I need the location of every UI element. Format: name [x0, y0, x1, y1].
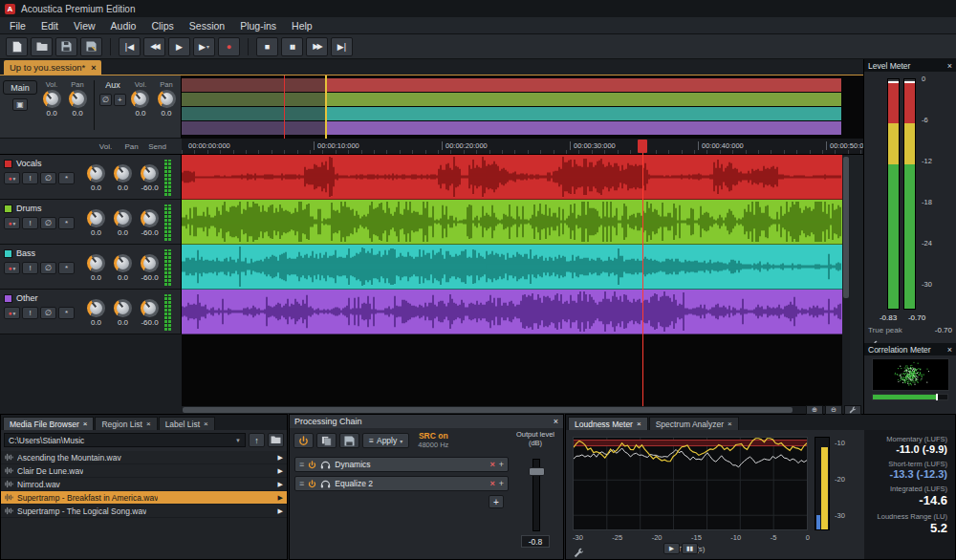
record-arm-button[interactable]: ●▾ [4, 262, 20, 274]
fx-button[interactable]: * [58, 217, 75, 229]
pause-button[interactable]: ▮▮ [281, 37, 303, 56]
file-list-item[interactable]: Clair De Lune.wav ▶ [1, 464, 287, 478]
loudness-tab[interactable]: Spectrum Analyzer × [649, 417, 739, 430]
track-pan-knob[interactable] [114, 209, 132, 227]
record-button[interactable]: ● [218, 37, 240, 56]
preview-play-button[interactable]: ▶ [278, 494, 283, 502]
menu-item[interactable]: Edit [41, 20, 58, 32]
main-bus-button[interactable]: Main [3, 80, 37, 95]
track-header[interactable]: Bass ●▾ ! ∅ * 0.0 0.0 -60.0 [0, 245, 182, 290]
track-volume-knob[interactable] [87, 209, 105, 227]
vertical-scrollbar[interactable] [842, 155, 850, 406]
browser-tab[interactable]: Label List × [159, 417, 215, 430]
menu-item[interactable]: Session [189, 20, 225, 32]
solo-button[interactable]: ! [22, 307, 38, 319]
preview-play-button[interactable]: ▶ [278, 507, 283, 515]
session-overview[interactable] [182, 75, 864, 139]
track-header[interactable]: Vocals ●▾ ! ∅ * 0.0 0.0 -60.0 [0, 155, 182, 200]
new-session-button[interactable] [6, 37, 28, 56]
track-volume-knob[interactable] [87, 254, 105, 272]
zoom-out-button[interactable]: ⊖ [825, 405, 842, 415]
close-icon[interactable]: × [91, 63, 96, 73]
file-list-item[interactable]: Ascending the Mountain.wav ▶ [1, 451, 287, 464]
apply-button[interactable]: ≡ Apply ▾ [362, 433, 409, 448]
record-arm-button[interactable]: ●▾ [4, 307, 20, 319]
track-send-knob[interactable] [141, 209, 159, 227]
mute-button[interactable]: ∅ [40, 217, 56, 229]
aux-add-button[interactable]: + [114, 94, 126, 106]
track-send-knob[interactable] [141, 299, 159, 317]
solo-button[interactable]: ! [22, 217, 38, 229]
track-send-knob[interactable] [141, 164, 159, 183]
play-options-button[interactable]: ▶▾ [193, 37, 215, 56]
preview-play-button[interactable]: ▶ [278, 467, 283, 475]
menu-item[interactable]: View [74, 20, 96, 32]
browser-tab[interactable]: Region List × [95, 417, 157, 430]
loudness-play-button[interactable]: ▶ [663, 543, 680, 554]
remove-plugin-button[interactable]: × [489, 460, 494, 469]
power-icon[interactable] [308, 480, 316, 488]
main-volume-knob[interactable] [43, 90, 61, 108]
vertical-scrollbar-thumb[interactable] [843, 157, 849, 298]
fx-button[interactable]: * [58, 307, 75, 319]
menu-item[interactable]: Clips [151, 20, 173, 32]
aux-mute-button[interactable]: ∅ [99, 94, 112, 106]
rewind-button[interactable]: ◀◀ [143, 37, 165, 56]
close-icon[interactable]: × [204, 420, 208, 428]
output-level-slider-handle[interactable] [529, 467, 545, 476]
preview-play-button[interactable]: ▶ [278, 481, 283, 488]
close-icon[interactable]: × [947, 345, 952, 355]
file-list-item[interactable]: Supertramp - The Logical Song.wav ▶ [1, 505, 287, 518]
track-pan-knob[interactable] [114, 164, 132, 183]
menu-item[interactable]: Plug-ins [240, 20, 276, 32]
track-color-chip[interactable] [4, 249, 12, 258]
go-to-start-button[interactable]: |◀ [119, 37, 141, 56]
main-pan-knob[interactable] [69, 90, 87, 108]
add-plugin-button[interactable]: + [489, 495, 504, 508]
track-volume-knob[interactable] [87, 164, 105, 183]
playhead-line[interactable] [642, 140, 643, 406]
plugin-route-button[interactable]: + [499, 460, 504, 469]
zoom-in-button[interactable]: ⊕ [806, 405, 823, 415]
stop-button[interactable]: ■ [256, 37, 278, 56]
power-icon[interactable] [308, 461, 316, 469]
aux-pan-knob[interactable] [158, 90, 176, 108]
plugin-row[interactable]: ≡ Dynamics × + [294, 457, 509, 472]
browse-folder-button[interactable] [268, 433, 284, 447]
menu-item[interactable]: Audio [111, 20, 137, 32]
loudness-pause-button[interactable]: ▮▮ [682, 543, 698, 554]
open-button[interactable] [31, 37, 53, 56]
chain-power-button[interactable] [293, 433, 314, 448]
fast-forward-button[interactable]: ▶▶ [306, 37, 328, 56]
track-color-chip[interactable] [4, 294, 12, 303]
track-clip[interactable] [182, 290, 842, 334]
plugin-route-button[interactable]: + [499, 479, 504, 488]
file-list-item[interactable]: Nimrod.wav ▶ [1, 478, 287, 491]
file-list-item[interactable]: Supertramp - Breakfast in America.wav ▶ [1, 491, 287, 505]
save-chain-button[interactable] [339, 433, 359, 448]
stack-icon[interactable]: ▣ [12, 98, 28, 111]
path-dropdown[interactable]: C:\Users\Stian\Music ▼ [4, 433, 246, 447]
playhead-handle[interactable] [638, 140, 647, 153]
session-tab[interactable]: Up to you.session* × [4, 60, 101, 75]
solo-button[interactable]: ! [22, 172, 38, 184]
track-color-chip[interactable] [4, 160, 12, 168]
menu-item[interactable]: Help [292, 20, 313, 32]
track-clip[interactable] [182, 155, 842, 200]
output-level-slider[interactable] [532, 459, 540, 531]
loudness-settings-button[interactable] [574, 545, 584, 560]
close-icon[interactable]: × [146, 420, 151, 428]
remove-plugin-button[interactable]: × [489, 479, 494, 488]
close-icon[interactable]: × [554, 417, 558, 426]
horizontal-scrollbar[interactable] [182, 406, 801, 414]
play-button[interactable]: ▶ [168, 37, 190, 56]
mute-button[interactable]: ∅ [40, 172, 56, 184]
track-volume-knob[interactable] [87, 299, 105, 317]
folder-up-button[interactable]: ↑ [249, 433, 265, 447]
close-icon[interactable]: × [728, 420, 732, 428]
copy-chain-button[interactable] [316, 433, 337, 448]
track-clip[interactable] [182, 245, 842, 290]
track-pan-knob[interactable] [114, 299, 132, 317]
mute-button[interactable]: ∅ [40, 262, 56, 274]
track-color-chip[interactable] [4, 205, 12, 213]
